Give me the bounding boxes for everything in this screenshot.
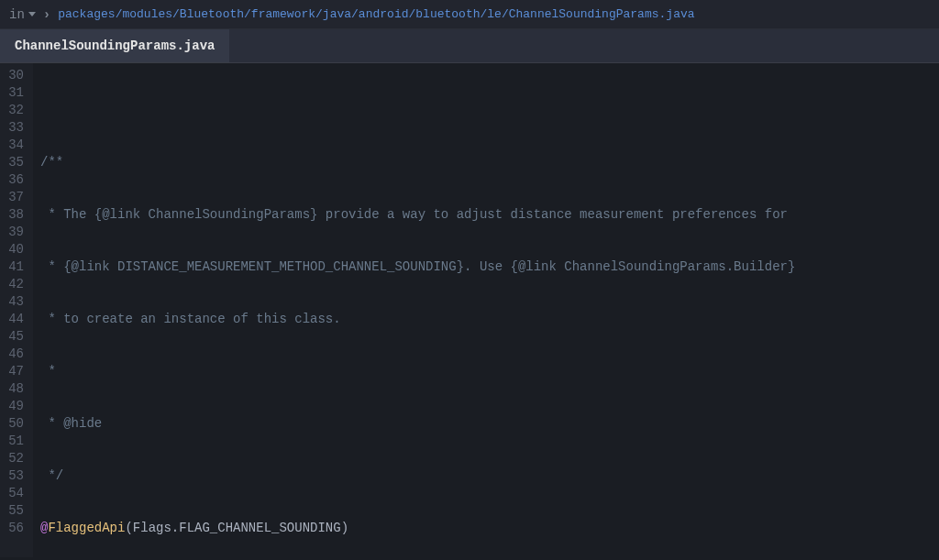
line-number[interactable]: 39 (7, 224, 24, 241)
code-line: */ (40, 467, 932, 485)
line-number[interactable]: 34 (7, 137, 24, 154)
code-line: * to create an instance of this class. (40, 311, 932, 328)
line-number[interactable]: 31 (7, 84, 24, 102)
breadcrumb-dropdown[interactable]: in (9, 7, 36, 22)
code-line: * @hide (40, 415, 932, 433)
code-line: /** (40, 154, 932, 171)
line-number[interactable]: 35 (7, 154, 24, 171)
line-number[interactable]: 43 (7, 293, 24, 311)
line-number[interactable]: 49 (7, 398, 24, 415)
line-number[interactable]: 45 (7, 328, 24, 346)
line-number[interactable]: 52 (7, 450, 24, 467)
line-number[interactable]: 55 (7, 502, 24, 520)
line-number[interactable]: 50 (7, 415, 24, 433)
line-number[interactable]: 36 (7, 171, 24, 189)
line-number[interactable]: 54 (7, 485, 24, 502)
code-line: * {@link DISTANCE_MEASUREMENT_METHOD_CHA… (40, 258, 932, 276)
chevron-right-icon: › (43, 7, 50, 22)
line-number[interactable]: 47 (7, 363, 24, 380)
breadcrumb-dropdown-label: in (9, 7, 25, 22)
code-line: * (40, 363, 932, 380)
code-editor: 30 31 32 33 34 35 36 37 38 39 40 41 42 4… (0, 63, 939, 557)
tab-active[interactable]: ChannelSoundingParams.java (0, 29, 229, 62)
line-number[interactable]: 33 (7, 119, 24, 137)
line-number[interactable]: 32 (7, 102, 24, 119)
code-line: * The {@link ChannelSoundingParams} prov… (40, 206, 932, 224)
line-number[interactable]: 42 (7, 276, 24, 293)
line-number[interactable]: 53 (7, 467, 24, 485)
line-number[interactable]: 44 (7, 311, 24, 328)
line-number[interactable]: 38 (7, 206, 24, 224)
code-line (40, 102, 932, 119)
breadcrumb-path[interactable]: packages/modules/Bluetooth/framework/jav… (58, 7, 694, 21)
line-number[interactable]: 41 (7, 258, 24, 276)
line-number-gutter: 30 31 32 33 34 35 36 37 38 39 40 41 42 4… (0, 63, 33, 557)
code-content[interactable]: /** * The {@link ChannelSoundingParams} … (33, 63, 939, 557)
line-number[interactable]: 48 (7, 380, 24, 398)
line-number[interactable]: 37 (7, 189, 24, 206)
line-number[interactable]: 51 (7, 433, 24, 450)
tab-filename: ChannelSoundingParams.java (15, 38, 215, 53)
line-number[interactable]: 46 (7, 346, 24, 363)
breadcrumb-bar: in › packages/modules/Bluetooth/framewor… (0, 0, 939, 29)
tab-bar: ChannelSoundingParams.java (0, 29, 939, 63)
code-line: @FlaggedApi(Flags.FLAG_CHANNEL_SOUNDING) (40, 520, 932, 537)
line-number[interactable]: 30 (7, 67, 24, 84)
line-number[interactable]: 56 (7, 520, 24, 537)
line-number[interactable]: 40 (7, 241, 24, 258)
chevron-down-icon (28, 12, 36, 16)
